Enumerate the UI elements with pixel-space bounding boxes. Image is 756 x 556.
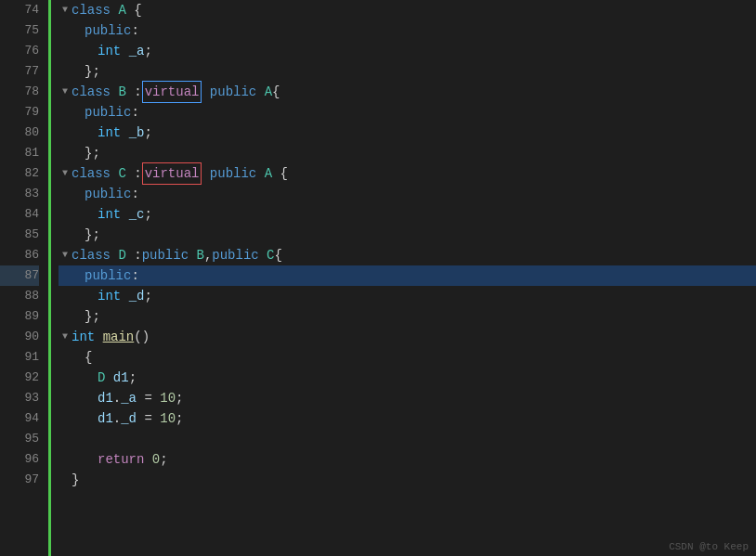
fold-86[interactable]: ▼ [59,245,72,265]
ln-87: 87 [0,265,39,286]
code-line-83: public: [59,184,756,204]
code-line-93: d1._a = 10; [59,388,756,408]
ln-96: 96 [0,449,39,470]
ln-79: 79 [0,102,39,123]
code-line-86: ▼class D :public B,public C{ [59,245,756,265]
ln-95: 95 [0,429,39,449]
code-line-79: public: [59,102,756,123]
fold-74[interactable]: ▼ [59,0,72,20]
code-line-78: ▼class B :virtual public A{ [59,82,756,102]
code-line-92: D d1; [59,368,756,388]
code-line-91: { [59,347,756,368]
code-line-77: }; [59,61,756,82]
ln-78: 78 [0,82,39,102]
code-line-95 [59,429,756,449]
ln-82: 82 [0,163,39,184]
code-line-81: }; [59,143,756,163]
ln-89: 89 [0,306,39,327]
code-line-74: ▼class A { [59,0,756,20]
code-line-97: } [59,470,756,490]
code-line-89: }; [59,306,756,327]
code-line-85: }; [59,225,756,245]
ln-85: 85 [0,225,39,245]
ln-80: 80 [0,123,39,143]
ln-75: 75 [0,20,39,41]
line-numbers: 74 75 76 77 78 79 80 81 82 83 84 85 86 8… [0,0,51,556]
watermark: CSDN @to Keep [669,541,749,552]
ln-86: 86 [0,245,39,265]
code-content: ▼class A { public: int _a; }; ▼class B :… [51,0,756,556]
code-line-87: public: [59,265,756,286]
code-line-94: d1._d = 10; [59,408,756,429]
code-line-84: int _c; [59,204,756,225]
ln-94: 94 [0,408,39,429]
code-line-82: ▼class C :virtual public A { [59,163,756,184]
fold-90[interactable]: ▼ [59,327,72,347]
code-line-90: ▼int main() [59,327,756,347]
ln-81: 81 [0,143,39,163]
fold-82[interactable]: ▼ [59,163,72,184]
ln-90: 90 [0,327,39,347]
code-line-96: return 0; [59,449,756,470]
ln-97: 97 [0,470,39,490]
code-editor: 74 75 76 77 78 79 80 81 82 83 84 85 86 8… [0,0,756,556]
code-line-76: int _a; [59,41,756,61]
code-line-88: int _d; [59,286,756,306]
ln-84: 84 [0,204,39,225]
ln-77: 77 [0,61,39,82]
fold-78[interactable]: ▼ [59,82,72,102]
ln-88: 88 [0,286,39,306]
ln-92: 92 [0,368,39,388]
code-line-80: int _b; [59,123,756,143]
code-line-75: public: [59,20,756,41]
ln-76: 76 [0,41,39,61]
ln-93: 93 [0,388,39,408]
ln-83: 83 [0,184,39,204]
ln-74: 74 [0,0,39,20]
ln-91: 91 [0,347,39,368]
